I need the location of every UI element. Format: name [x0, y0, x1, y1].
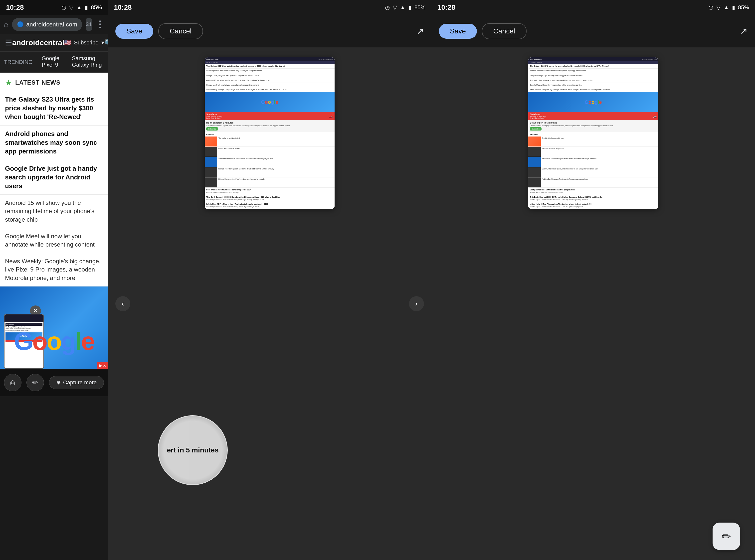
alarm-icon: ◷ — [61, 4, 66, 11]
news-text-3: Android 15 will show you the remaining l… — [5, 199, 94, 223]
status-icons-left: ◷ ▽ ▲ ▮ 85% — [61, 4, 102, 11]
right-share-btn[interactable]: ↗ — [740, 26, 748, 36]
status-bar-right: 10:28 ◷ ▽ ▲ ▮ 85% — [431, 0, 755, 15]
tab-count: 31 — [85, 21, 92, 28]
favicon-icon: 🔵 — [17, 21, 24, 28]
google-image-area: Google ✕ androidcentral The Galaxy S23 U… — [0, 286, 108, 396]
subscribe-label[interactable]: Subscribe — [74, 39, 98, 46]
tab-count-btn[interactable]: 31 — [85, 18, 92, 31]
status-bar-mid: 10:28 ◷ ▽ ▲ ▮ 85% — [108, 0, 431, 15]
right-cancel-label: Cancel — [493, 27, 515, 35]
url-text: androidcentral.com — [26, 21, 77, 28]
mid-screenshot-card: androidcentral Samsung Galaxy Ring LATES… — [205, 57, 334, 209]
news-item-2[interactable]: Google Drive just got a handy search upg… — [0, 160, 108, 195]
right-preview-area: androidcentral Samsung Galaxy Ring LATES… — [431, 47, 755, 560]
mid-preview-area: ‹ androidcentral Samsung Galaxy Ring LAT… — [108, 47, 431, 560]
right-cancel-btn[interactable]: Cancel — [482, 23, 526, 39]
mid-share-btn[interactable]: ↗ — [417, 26, 424, 36]
google-logo-big: Google — [14, 327, 94, 356]
capture-more-btn[interactable]: ⊕ Capture more — [49, 376, 104, 389]
time-right: 10:28 — [438, 3, 456, 12]
news-text-0: The Galaxy S23 Ultra gets its price slas… — [5, 96, 94, 121]
home-icon[interactable]: ⌂ — [4, 20, 8, 29]
hamburger-menu-icon[interactable]: ☰ — [5, 38, 12, 47]
right-save-label: Save — [450, 27, 466, 35]
trending-bar: TRENDING Google Pixel 9 Samsung Galaxy R… — [0, 52, 108, 73]
right-screenshot-card: androidcentral Samsung Galaxy Ring LATES… — [528, 57, 658, 209]
battery-icon-mid: ▮ — [408, 4, 411, 11]
signal-icon-right: ▲ — [723, 4, 729, 11]
right-edit-fab[interactable]: ✏ — [713, 523, 740, 550]
mid-save-label: Save — [126, 27, 142, 35]
search-icon[interactable]: 🔍 — [104, 38, 108, 47]
battery-text-right: 85% — [738, 4, 749, 11]
site-header: ☰ androidcentral 🇺🇸 Subscribe ▾ 🔍 — [0, 34, 108, 52]
mid-panel: 10:28 ◷ ▽ ▲ ▮ 85% Save Cancel ↗ ‹ androi… — [108, 0, 431, 560]
alarm-icon-right: ◷ — [709, 4, 713, 11]
browser-bar: ⌂ 🔵 androidcentral.com 31 ⋮ — [0, 15, 108, 34]
star-icon: ★ — [5, 78, 12, 87]
status-icons-mid: ◷ ▽ ▲ ▮ 85% — [385, 4, 425, 11]
capture-more-icon: ⊕ — [56, 379, 61, 386]
signal-icon: ▲ — [76, 4, 82, 11]
mid-cancel-label: Cancel — [170, 27, 192, 35]
url-bar[interactable]: 🔵 androidcentral.com — [12, 18, 82, 31]
battery-text-left: 85% — [91, 4, 102, 11]
time-mid: 10:28 — [114, 3, 132, 12]
trending-label: TRENDING — [0, 55, 37, 69]
capture-toolbar: ⎙ ✏ ⊕ Capture more ▶ X — [0, 369, 108, 396]
trending-item-0[interactable]: Google Pixel 9 — [37, 52, 67, 72]
news-item-0[interactable]: The Galaxy S23 Ultra gets its price slas… — [0, 91, 108, 125]
mid-cancel-btn[interactable]: Cancel — [158, 23, 203, 39]
signal-icon-mid: ▲ — [400, 4, 405, 11]
news-text-5: News Weekly: Google's big change, live P… — [5, 258, 101, 281]
mid-save-btn[interactable]: Save — [115, 24, 153, 39]
flag-subscribe-area: 🇺🇸 Subscribe ▾ — [64, 39, 104, 46]
latest-news-header: ★ LATEST NEWS — [0, 73, 108, 91]
news-item-4[interactable]: Google Meet will now let you annotate wh… — [0, 228, 108, 253]
flag-icon: 🇺🇸 — [64, 39, 71, 46]
subscribe-chevron: ▾ — [101, 39, 104, 46]
status-icons-right: ◷ ▽ ▲ ▮ 85% — [709, 4, 749, 11]
mini-screen-top — [4, 315, 43, 322]
capture-more-label: Capture more — [63, 379, 97, 386]
edit-capture-btn[interactable]: ✏ — [26, 374, 44, 391]
time-left: 10:28 — [6, 3, 24, 12]
mid-nav-left[interactable]: ‹ — [115, 296, 130, 311]
status-bar-left: 10:28 ◷ ▽ ▲ ▮ 85% — [0, 0, 108, 15]
magnifier: ert in 5 minutes — [158, 415, 228, 485]
wifi-icon-mid: ▽ — [393, 4, 397, 11]
news-text-4: Google Meet will now let you annotate wh… — [5, 233, 95, 248]
news-item-3[interactable]: Android 15 will show you the remaining l… — [0, 195, 108, 228]
wifi-icon: ▽ — [69, 4, 73, 11]
news-text-1: Android phones and smartwatches may soon… — [5, 130, 97, 155]
alarm-icon-mid: ◷ — [385, 4, 390, 11]
magnifier-text: ert in 5 minutes — [167, 446, 219, 454]
wifi-icon-right: ▽ — [716, 4, 720, 11]
news-item-1[interactable]: Android phones and smartwatches may soon… — [0, 125, 108, 160]
battery-text-mid: 85% — [414, 4, 425, 11]
site-logo: androidcentral — [12, 38, 64, 47]
left-panel: 10:28 ◷ ▽ ▲ ▮ 85% ⌂ 🔵 androidcentral.com… — [0, 0, 108, 560]
news-text-2: Google Drive just got a handy search upg… — [5, 165, 97, 190]
ad-badge: ▶ X — [97, 362, 108, 369]
mid-nav-right[interactable]: › — [409, 296, 424, 311]
right-panel: 10:28 ◷ ▽ ▲ ▮ 85% Save Cancel ↗ androidc… — [431, 0, 755, 560]
share-capture-btn[interactable]: ⎙ — [4, 374, 21, 391]
news-section: ★ LATEST NEWS The Galaxy S23 Ultra gets … — [0, 73, 108, 286]
battery-icon: ▮ — [85, 4, 88, 11]
trending-item-1[interactable]: Samsung Galaxy Ring — [67, 52, 108, 72]
right-top-bar: Save Cancel ↗ — [431, 15, 755, 47]
mid-top-bar: Save Cancel ↗ — [108, 15, 431, 47]
more-options-icon[interactable]: ⋮ — [95, 19, 104, 30]
latest-news-title: LATEST NEWS — [15, 79, 60, 86]
right-save-btn[interactable]: Save — [439, 24, 477, 39]
battery-icon-right: ▮ — [732, 4, 735, 11]
news-item-5[interactable]: News Weekly: Google's big change, live P… — [0, 253, 108, 286]
